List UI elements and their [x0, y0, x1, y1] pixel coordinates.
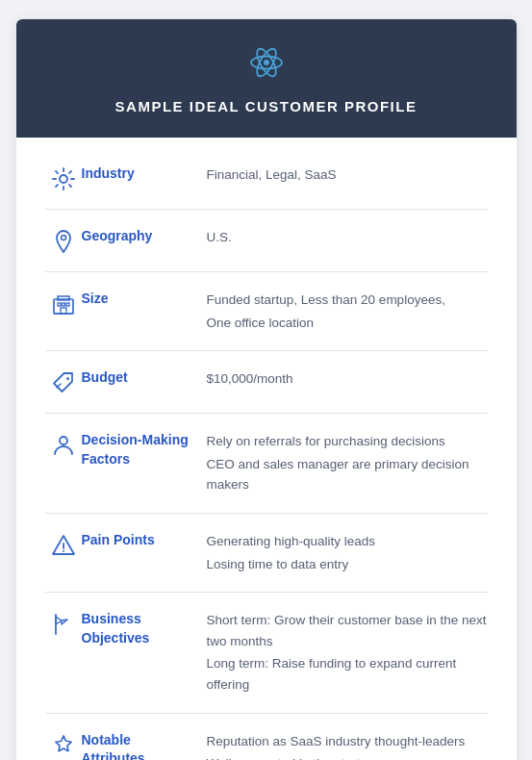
value-decision-making: Rely on referrals for purchasing decisio… [207, 431, 488, 495]
svg-point-15 [60, 437, 67, 444]
row-business-objectives: Business ObjectivesShort term: Grow thei… [45, 593, 488, 713]
header: SAMPLE IDEAL CUSTOMER PROFILE [16, 19, 517, 138]
label-notable-attributes: Notable Attributes [82, 731, 207, 760]
person-icon [45, 431, 82, 458]
value-geography: U.S. [207, 227, 488, 248]
value-line: Generating high-quality leads [207, 531, 488, 552]
star-icon [45, 731, 82, 758]
label-business-objectives: Business Objectives [82, 610, 207, 647]
value-line: $10,000/month [207, 368, 488, 390]
svg-point-3 [264, 60, 269, 65]
svg-point-13 [66, 377, 69, 380]
svg-point-5 [61, 236, 65, 241]
value-line: Financial, Legal, SaaS [207, 165, 488, 186]
value-line: One office location [207, 313, 488, 334]
value-notable-attributes: Reputation as SaaS industry thought-lead… [207, 731, 488, 760]
svg-rect-8 [58, 303, 61, 306]
profile-card: SAMPLE IDEAL CUSTOMER PROFILE IndustryFi… [16, 19, 517, 760]
label-industry: Industry [82, 165, 207, 184]
svg-point-4 [60, 175, 67, 183]
row-budget: Budget$10,000/month [45, 351, 488, 414]
row-decision-making: Decision-Making FactorsRely on referrals… [45, 414, 488, 514]
building-icon [45, 290, 82, 317]
row-notable-attributes: Notable AttributesReputation as SaaS ind… [45, 714, 488, 760]
gear-icon [45, 165, 82, 191]
value-line: U.S. [207, 227, 488, 248]
atom-icon [244, 40, 289, 98]
value-line: Reputation as SaaS industry thought-lead… [207, 731, 488, 752]
value-line: Well-connected in the startup space [207, 753, 488, 760]
header-title: SAMPLE IDEAL CUSTOMER PROFILE [115, 98, 418, 114]
label-pain-points: Pain Points [82, 531, 207, 550]
label-budget: Budget [82, 368, 207, 388]
svg-rect-10 [66, 303, 69, 306]
svg-rect-7 [58, 296, 69, 300]
svg-rect-11 [61, 308, 66, 314]
label-size: Size [82, 290, 207, 309]
value-line: Long term: Raise funding to expand curre… [207, 653, 488, 695]
row-pain-points: Pain PointsGenerating high-quality leads… [45, 514, 488, 593]
value-budget: $10,000/month [207, 368, 488, 390]
svg-rect-9 [62, 303, 64, 306]
label-decision-making: Decision-Making Factors [82, 431, 207, 469]
value-line: Losing time to data entry [207, 554, 488, 575]
location-icon [45, 227, 82, 254]
value-industry: Financial, Legal, SaaS [207, 165, 488, 186]
tag-icon [45, 368, 82, 395]
label-geography: Geography [82, 227, 207, 246]
row-size: SizeFunded startup, Less than 20 employe… [45, 272, 488, 351]
value-line: Short term: Grow their customer base in … [207, 610, 488, 651]
value-size: Funded startup, Less than 20 employees,O… [207, 290, 488, 333]
svg-point-17 [63, 550, 64, 552]
value-pain-points: Generating high-quality leadsLosing time… [207, 531, 488, 574]
flag-icon [45, 610, 82, 637]
value-business-objectives: Short term: Grow their customer base in … [207, 610, 488, 695]
value-line: CEO and sales manager are primary decisi… [207, 454, 488, 495]
content: IndustryFinancial, Legal, SaaS Geography… [16, 138, 517, 760]
value-line: Funded startup, Less than 20 employees, [207, 290, 488, 311]
row-industry: IndustryFinancial, Legal, SaaS [45, 147, 488, 210]
row-geography: GeographyU.S. [45, 210, 488, 272]
value-line: Rely on referrals for purchasing decisio… [207, 431, 488, 452]
warning-icon [45, 531, 82, 558]
